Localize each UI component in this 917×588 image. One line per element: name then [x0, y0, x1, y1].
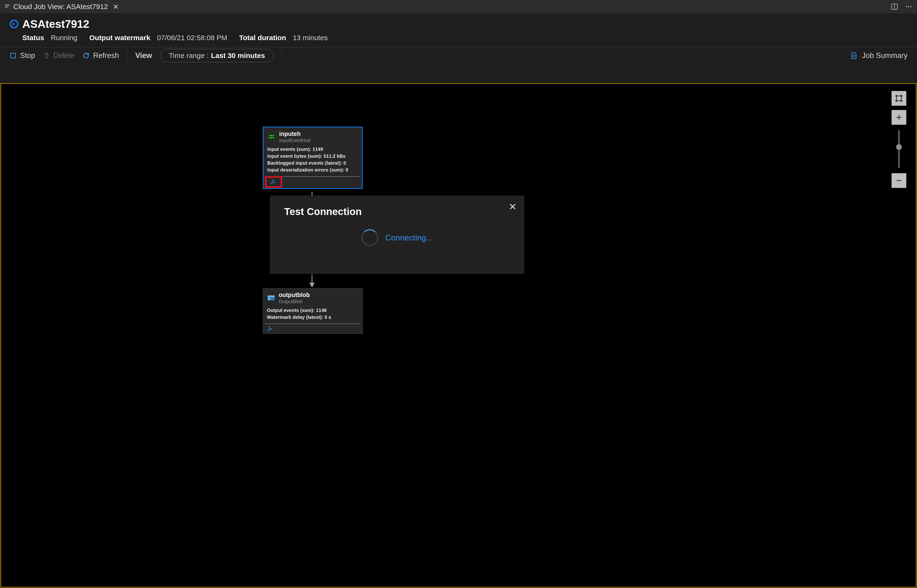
title-bar: Cloud Job View: ASAtest7912 ✕	[0, 0, 917, 13]
duration-label: Total duration	[239, 34, 286, 42]
svg-point-2	[906, 6, 907, 7]
stop-label: Stop	[20, 51, 35, 60]
output-node-title: outputblob	[279, 292, 310, 299]
trash-icon	[43, 52, 50, 59]
svg-point-4	[910, 6, 911, 7]
svg-rect-7	[268, 134, 275, 140]
blob-storage-icon	[267, 294, 275, 302]
stream-analytics-icon	[10, 19, 19, 29]
output-node-subtitle: OutputBlob	[279, 299, 310, 304]
svg-rect-16	[268, 298, 270, 300]
test-connection-button[interactable]	[265, 176, 282, 188]
time-range-picker[interactable]: Time range : Last 30 minutes	[160, 49, 274, 62]
tab-preview-icon	[4, 4, 10, 10]
split-editor-icon[interactable]	[891, 3, 898, 10]
zoom-controls	[891, 91, 906, 188]
svg-rect-17	[896, 96, 901, 101]
event-hub-icon	[267, 132, 276, 141]
input-node[interactable]: inputeh InputEventHub Input events (sum)…	[263, 127, 363, 189]
plug-icon	[269, 178, 277, 186]
more-icon[interactable]	[905, 3, 912, 10]
metric-row: Input event bytes (sum): 511.2 kBs	[267, 153, 358, 160]
svg-rect-9	[271, 135, 272, 136]
svg-rect-8	[269, 135, 271, 136]
refresh-label: Refresh	[93, 51, 119, 60]
output-node-metrics: Output events (sum): 1148 Watermark dela…	[263, 305, 363, 323]
delete-label: Delete	[53, 51, 75, 60]
job-summary-label: Job Summary	[862, 51, 907, 60]
svg-rect-6	[11, 53, 15, 58]
zoom-slider-thumb[interactable]	[896, 144, 902, 150]
svg-rect-15	[267, 295, 275, 297]
tab-title: Cloud Job View: ASAtest7912	[13, 3, 108, 11]
tab-close-button[interactable]: ✕	[113, 3, 119, 11]
summary-icon	[850, 52, 858, 60]
stop-icon	[10, 52, 17, 59]
toolbar: Stop Delete Refresh View Time range : La…	[0, 47, 917, 64]
metric-row: Input events (sum): 1149	[267, 146, 358, 153]
toolbar-separator	[127, 51, 127, 61]
svg-rect-12	[271, 137, 272, 138]
stop-button[interactable]: Stop	[10, 51, 35, 60]
plug-icon	[266, 325, 274, 333]
svg-rect-10	[273, 135, 274, 136]
diagram-canvas[interactable]: inputeh InputEventHub Input events (sum)…	[0, 83, 917, 588]
zoom-in-button[interactable]	[891, 110, 906, 125]
view-label: View	[135, 51, 152, 60]
metric-row: Backlogged input events (latest): 0	[267, 160, 358, 166]
test-connection-dialog: ✕ Test Connection Connecting...	[270, 195, 524, 274]
status-label: Status	[23, 34, 44, 42]
svg-rect-13	[273, 137, 274, 138]
refresh-button[interactable]: Refresh	[83, 51, 119, 60]
svg-point-3	[908, 6, 909, 7]
input-node-metrics: Input events (sum): 1149 Input event byt…	[264, 144, 362, 176]
svg-rect-11	[269, 137, 271, 138]
zoom-out-button[interactable]	[891, 173, 906, 188]
metric-row: Input deserialization errors (sum): 0	[267, 166, 358, 173]
zoom-slider[interactable]	[898, 130, 900, 168]
duration-value: 13 minutes	[293, 34, 328, 42]
view-button[interactable]: View	[135, 51, 152, 60]
metric-row: Watermark delay (latest): 0 s	[267, 314, 359, 321]
status-value: Running	[51, 34, 78, 42]
delete-button: Delete	[43, 51, 75, 60]
dialog-title: Test Connection	[284, 206, 510, 217]
time-range-label: Time range :	[169, 52, 209, 60]
job-summary-button[interactable]: Job Summary	[850, 51, 907, 60]
job-header: ASAtest7912 Status Running Output waterm…	[0, 13, 917, 47]
watermark-value: 07/06/21 02:58:08 PM	[157, 34, 227, 42]
output-test-connection-button[interactable]	[263, 324, 363, 334]
refresh-icon	[83, 52, 90, 59]
watermark-label: Output watermark	[89, 34, 150, 42]
metric-row: Output events (sum): 1148	[267, 307, 359, 314]
zoom-fit-button[interactable]	[891, 91, 906, 106]
time-range-value: Last 30 minutes	[211, 52, 265, 60]
dialog-close-button[interactable]: ✕	[509, 201, 517, 212]
connection-status-text: Connecting...	[385, 233, 433, 242]
spinner-icon	[361, 229, 378, 246]
output-node[interactable]: outputblob OutputBlob Output events (sum…	[263, 288, 363, 334]
job-name-heading: ASAtest7912	[23, 18, 89, 31]
input-node-subtitle: InputEventHub	[279, 138, 311, 143]
input-node-title: inputeh	[279, 131, 311, 137]
